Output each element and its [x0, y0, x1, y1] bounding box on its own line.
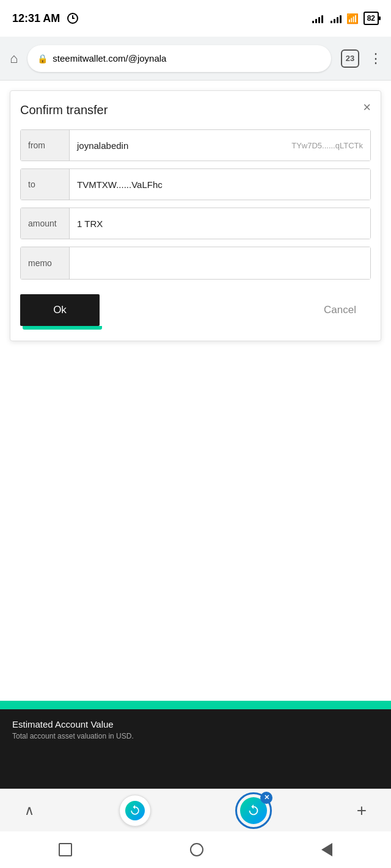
home-button[interactable]: ⌂: [10, 51, 18, 67]
back-icon: [321, 843, 332, 856]
signal-bars: [312, 13, 323, 23]
close-badge: ✕: [260, 792, 272, 804]
signal-bar-4: [321, 15, 323, 23]
amount-value: 1 TRX: [70, 208, 370, 239]
from-username: joynalabedin: [77, 140, 128, 151]
browser-nav-bar: ∧ ✕ +: [0, 789, 391, 831]
status-bar: 12:31 AM 📶 82: [0, 0, 391, 37]
signal-bar-7: [337, 17, 338, 23]
battery-indicator: 82: [364, 12, 379, 25]
status-bar-right: 📶 82: [312, 12, 379, 25]
estimated-account-section: Estimated Account Value Total account as…: [0, 709, 391, 789]
signal-bar-5: [331, 21, 332, 23]
amount-label: amount: [21, 208, 70, 239]
signal-bars-2: [331, 13, 342, 23]
from-value: joynalabedin TYw7D5......qLTCTk: [70, 130, 370, 161]
amount-field-row: amount 1 TRX: [20, 208, 371, 239]
signal-bar-6: [334, 19, 335, 23]
ok-button[interactable]: Ok: [20, 294, 100, 326]
teal-separator-bar: [0, 701, 391, 709]
signal-bar-2: [315, 19, 317, 23]
estimated-account-title: Estimated Account Value: [12, 719, 379, 729]
signal-bar-3: [318, 17, 320, 23]
android-nav-bar: [0, 831, 391, 868]
refresh-icon-2: [247, 804, 260, 817]
lock-icon: 🔒: [37, 54, 48, 63]
address-text: steemitwallet.com/@joynala: [53, 53, 321, 63]
memo-field-row: memo: [20, 247, 371, 280]
cancel-button[interactable]: Cancel: [309, 294, 371, 326]
nav-circle-button-2[interactable]: ✕: [235, 792, 272, 829]
dialog-close-button[interactable]: ×: [363, 101, 371, 114]
browser-menu-button[interactable]: ⋮: [369, 51, 381, 67]
nav-circle-inner-1: [125, 801, 145, 820]
dialog-title: Confirm transfer: [20, 103, 371, 117]
tab-count[interactable]: 23: [341, 49, 359, 68]
confirm-transfer-dialog: Confirm transfer × from joynalabedin TYw…: [10, 90, 381, 341]
browser-chrome: ⌂ 🔒 steemitwallet.com/@joynala 23 ⋮: [0, 37, 391, 81]
nav-add-button[interactable]: +: [357, 801, 367, 820]
memo-value[interactable]: [70, 247, 370, 279]
to-value: TVMTXW......VaLFhc: [70, 169, 370, 200]
android-home-button[interactable]: [190, 843, 203, 856]
android-recents-button[interactable]: [59, 843, 72, 856]
nav-back-button[interactable]: ∧: [24, 803, 34, 819]
status-bar-left: 12:31 AM: [12, 12, 78, 25]
from-address: TYw7D5......qLTCTk: [291, 141, 363, 150]
android-back-button[interactable]: [321, 843, 332, 856]
nav-circle-button-1[interactable]: [119, 795, 151, 826]
address-bar[interactable]: 🔒 steemitwallet.com/@joynala: [27, 45, 331, 72]
signal-bar-8: [340, 15, 342, 23]
signal-bar-1: [312, 21, 314, 23]
refresh-icon-1: [129, 805, 141, 817]
recents-icon: [59, 843, 72, 856]
from-label: from: [21, 130, 70, 161]
estimated-account-subtitle: Total account asset valuation in USD.: [12, 732, 379, 740]
home-icon: [190, 843, 203, 856]
from-field-row: from joynalabedin TYw7D5......qLTCTk: [20, 129, 371, 161]
memo-label: memo: [21, 247, 70, 279]
amount-text: 1 TRX: [77, 219, 103, 229]
time-display: 12:31 AM: [12, 12, 60, 25]
to-field-row: to TVMTXW......VaLFhc: [20, 168, 371, 200]
wifi-icon: 📶: [346, 13, 359, 24]
alarm-icon: [67, 13, 78, 24]
to-address: TVMTXW......VaLFhc: [77, 179, 163, 190]
button-row: Ok Cancel: [20, 294, 371, 326]
to-label: to: [21, 169, 70, 200]
main-content: Confirm transfer × from joynalabedin TYw…: [0, 90, 391, 341]
